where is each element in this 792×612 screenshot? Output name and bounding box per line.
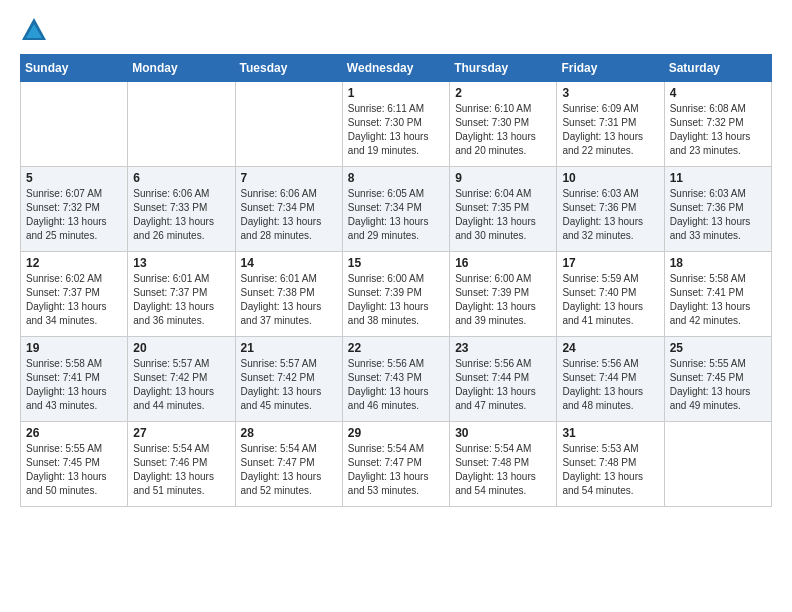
calendar-cell: 4Sunrise: 6:08 AM Sunset: 7:32 PM Daylig… bbox=[664, 82, 771, 167]
day-info: Sunrise: 6:09 AM Sunset: 7:31 PM Dayligh… bbox=[562, 102, 658, 158]
day-number: 5 bbox=[26, 171, 122, 185]
calendar-cell: 16Sunrise: 6:00 AM Sunset: 7:39 PM Dayli… bbox=[450, 252, 557, 337]
day-number: 1 bbox=[348, 86, 444, 100]
column-header-thursday: Thursday bbox=[450, 55, 557, 82]
week-row-4: 19Sunrise: 5:58 AM Sunset: 7:41 PM Dayli… bbox=[21, 337, 772, 422]
calendar-cell bbox=[21, 82, 128, 167]
day-info: Sunrise: 6:07 AM Sunset: 7:32 PM Dayligh… bbox=[26, 187, 122, 243]
day-info: Sunrise: 5:55 AM Sunset: 7:45 PM Dayligh… bbox=[26, 442, 122, 498]
day-number: 19 bbox=[26, 341, 122, 355]
day-info: Sunrise: 5:58 AM Sunset: 7:41 PM Dayligh… bbox=[26, 357, 122, 413]
calendar-cell bbox=[235, 82, 342, 167]
calendar-cell: 3Sunrise: 6:09 AM Sunset: 7:31 PM Daylig… bbox=[557, 82, 664, 167]
column-header-monday: Monday bbox=[128, 55, 235, 82]
day-number: 10 bbox=[562, 171, 658, 185]
day-info: Sunrise: 6:01 AM Sunset: 7:37 PM Dayligh… bbox=[133, 272, 229, 328]
calendar-header: SundayMondayTuesdayWednesdayThursdayFrid… bbox=[21, 55, 772, 82]
day-number: 31 bbox=[562, 426, 658, 440]
day-info: Sunrise: 5:57 AM Sunset: 7:42 PM Dayligh… bbox=[241, 357, 337, 413]
column-header-saturday: Saturday bbox=[664, 55, 771, 82]
day-number: 22 bbox=[348, 341, 444, 355]
calendar-cell: 24Sunrise: 5:56 AM Sunset: 7:44 PM Dayli… bbox=[557, 337, 664, 422]
calendar-cell: 1Sunrise: 6:11 AM Sunset: 7:30 PM Daylig… bbox=[342, 82, 449, 167]
day-info: Sunrise: 6:05 AM Sunset: 7:34 PM Dayligh… bbox=[348, 187, 444, 243]
calendar-cell bbox=[664, 422, 771, 507]
calendar-cell: 12Sunrise: 6:02 AM Sunset: 7:37 PM Dayli… bbox=[21, 252, 128, 337]
day-number: 20 bbox=[133, 341, 229, 355]
day-number: 18 bbox=[670, 256, 766, 270]
day-info: Sunrise: 6:00 AM Sunset: 7:39 PM Dayligh… bbox=[348, 272, 444, 328]
day-info: Sunrise: 5:53 AM Sunset: 7:48 PM Dayligh… bbox=[562, 442, 658, 498]
logo-icon bbox=[20, 16, 48, 44]
calendar-cell: 28Sunrise: 5:54 AM Sunset: 7:47 PM Dayli… bbox=[235, 422, 342, 507]
day-number: 30 bbox=[455, 426, 551, 440]
day-info: Sunrise: 5:54 AM Sunset: 7:48 PM Dayligh… bbox=[455, 442, 551, 498]
day-number: 12 bbox=[26, 256, 122, 270]
day-number: 21 bbox=[241, 341, 337, 355]
day-info: Sunrise: 5:56 AM Sunset: 7:44 PM Dayligh… bbox=[562, 357, 658, 413]
calendar-cell: 31Sunrise: 5:53 AM Sunset: 7:48 PM Dayli… bbox=[557, 422, 664, 507]
calendar-cell: 6Sunrise: 6:06 AM Sunset: 7:33 PM Daylig… bbox=[128, 167, 235, 252]
day-number: 4 bbox=[670, 86, 766, 100]
calendar-cell: 10Sunrise: 6:03 AM Sunset: 7:36 PM Dayli… bbox=[557, 167, 664, 252]
day-number: 14 bbox=[241, 256, 337, 270]
day-info: Sunrise: 5:54 AM Sunset: 7:46 PM Dayligh… bbox=[133, 442, 229, 498]
calendar-cell: 15Sunrise: 6:00 AM Sunset: 7:39 PM Dayli… bbox=[342, 252, 449, 337]
header-row: SundayMondayTuesdayWednesdayThursdayFrid… bbox=[21, 55, 772, 82]
calendar-cell: 21Sunrise: 5:57 AM Sunset: 7:42 PM Dayli… bbox=[235, 337, 342, 422]
day-number: 23 bbox=[455, 341, 551, 355]
week-row-2: 5Sunrise: 6:07 AM Sunset: 7:32 PM Daylig… bbox=[21, 167, 772, 252]
day-number: 9 bbox=[455, 171, 551, 185]
day-info: Sunrise: 5:55 AM Sunset: 7:45 PM Dayligh… bbox=[670, 357, 766, 413]
calendar-cell: 18Sunrise: 5:58 AM Sunset: 7:41 PM Dayli… bbox=[664, 252, 771, 337]
calendar-body: 1Sunrise: 6:11 AM Sunset: 7:30 PM Daylig… bbox=[21, 82, 772, 507]
day-info: Sunrise: 6:02 AM Sunset: 7:37 PM Dayligh… bbox=[26, 272, 122, 328]
day-info: Sunrise: 6:06 AM Sunset: 7:34 PM Dayligh… bbox=[241, 187, 337, 243]
calendar-cell: 14Sunrise: 6:01 AM Sunset: 7:38 PM Dayli… bbox=[235, 252, 342, 337]
week-row-5: 26Sunrise: 5:55 AM Sunset: 7:45 PM Dayli… bbox=[21, 422, 772, 507]
header bbox=[20, 16, 772, 44]
calendar-cell: 26Sunrise: 5:55 AM Sunset: 7:45 PM Dayli… bbox=[21, 422, 128, 507]
page: SundayMondayTuesdayWednesdayThursdayFrid… bbox=[0, 0, 792, 527]
day-number: 3 bbox=[562, 86, 658, 100]
day-info: Sunrise: 6:11 AM Sunset: 7:30 PM Dayligh… bbox=[348, 102, 444, 158]
column-header-friday: Friday bbox=[557, 55, 664, 82]
calendar-cell: 30Sunrise: 5:54 AM Sunset: 7:48 PM Dayli… bbox=[450, 422, 557, 507]
calendar-cell: 27Sunrise: 5:54 AM Sunset: 7:46 PM Dayli… bbox=[128, 422, 235, 507]
calendar-cell: 20Sunrise: 5:57 AM Sunset: 7:42 PM Dayli… bbox=[128, 337, 235, 422]
day-info: Sunrise: 5:56 AM Sunset: 7:43 PM Dayligh… bbox=[348, 357, 444, 413]
day-number: 27 bbox=[133, 426, 229, 440]
calendar-cell: 8Sunrise: 6:05 AM Sunset: 7:34 PM Daylig… bbox=[342, 167, 449, 252]
day-number: 25 bbox=[670, 341, 766, 355]
day-number: 7 bbox=[241, 171, 337, 185]
day-number: 11 bbox=[670, 171, 766, 185]
calendar-cell: 13Sunrise: 6:01 AM Sunset: 7:37 PM Dayli… bbox=[128, 252, 235, 337]
day-number: 6 bbox=[133, 171, 229, 185]
day-info: Sunrise: 6:03 AM Sunset: 7:36 PM Dayligh… bbox=[670, 187, 766, 243]
day-info: Sunrise: 6:10 AM Sunset: 7:30 PM Dayligh… bbox=[455, 102, 551, 158]
calendar-cell: 19Sunrise: 5:58 AM Sunset: 7:41 PM Dayli… bbox=[21, 337, 128, 422]
day-number: 13 bbox=[133, 256, 229, 270]
day-number: 8 bbox=[348, 171, 444, 185]
calendar-cell: 17Sunrise: 5:59 AM Sunset: 7:40 PM Dayli… bbox=[557, 252, 664, 337]
day-number: 15 bbox=[348, 256, 444, 270]
calendar-cell: 22Sunrise: 5:56 AM Sunset: 7:43 PM Dayli… bbox=[342, 337, 449, 422]
day-number: 16 bbox=[455, 256, 551, 270]
calendar-cell: 5Sunrise: 6:07 AM Sunset: 7:32 PM Daylig… bbox=[21, 167, 128, 252]
calendar-cell bbox=[128, 82, 235, 167]
calendar-cell: 25Sunrise: 5:55 AM Sunset: 7:45 PM Dayli… bbox=[664, 337, 771, 422]
day-info: Sunrise: 6:08 AM Sunset: 7:32 PM Dayligh… bbox=[670, 102, 766, 158]
day-info: Sunrise: 6:04 AM Sunset: 7:35 PM Dayligh… bbox=[455, 187, 551, 243]
calendar-cell: 23Sunrise: 5:56 AM Sunset: 7:44 PM Dayli… bbox=[450, 337, 557, 422]
calendar-cell: 11Sunrise: 6:03 AM Sunset: 7:36 PM Dayli… bbox=[664, 167, 771, 252]
column-header-tuesday: Tuesday bbox=[235, 55, 342, 82]
week-row-3: 12Sunrise: 6:02 AM Sunset: 7:37 PM Dayli… bbox=[21, 252, 772, 337]
calendar-cell: 9Sunrise: 6:04 AM Sunset: 7:35 PM Daylig… bbox=[450, 167, 557, 252]
day-number: 24 bbox=[562, 341, 658, 355]
calendar-table: SundayMondayTuesdayWednesdayThursdayFrid… bbox=[20, 54, 772, 507]
calendar-cell: 2Sunrise: 6:10 AM Sunset: 7:30 PM Daylig… bbox=[450, 82, 557, 167]
calendar-cell: 7Sunrise: 6:06 AM Sunset: 7:34 PM Daylig… bbox=[235, 167, 342, 252]
day-number: 26 bbox=[26, 426, 122, 440]
day-info: Sunrise: 5:56 AM Sunset: 7:44 PM Dayligh… bbox=[455, 357, 551, 413]
day-number: 2 bbox=[455, 86, 551, 100]
